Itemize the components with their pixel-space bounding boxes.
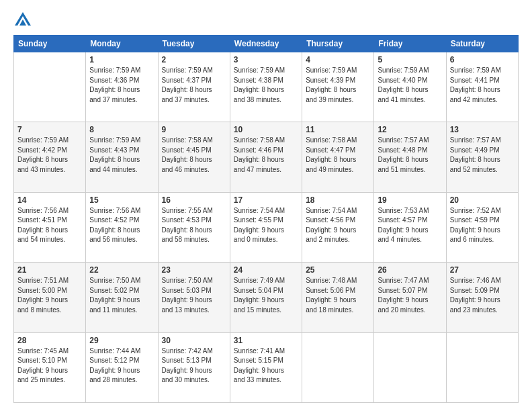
day-info: Sunrise: 7:46 AMSunset: 5:09 PMDaylight:… [450, 276, 515, 315]
day-number: 20 [450, 195, 515, 205]
day-number: 17 [234, 195, 298, 205]
calendar-cell: 11Sunrise: 7:58 AMSunset: 4:47 PMDayligh… [302, 122, 374, 192]
day-number: 19 [378, 195, 442, 205]
day-number: 2 [162, 55, 226, 64]
day-number: 24 [234, 265, 298, 275]
calendar-cell: 17Sunrise: 7:54 AMSunset: 4:55 PMDayligh… [230, 192, 302, 262]
logo [13, 11, 35, 30]
calendar-day-header: Wednesday [230, 36, 302, 52]
day-number: 13 [450, 125, 515, 134]
calendar-cell [446, 332, 518, 402]
calendar-cell: 29Sunrise: 7:44 AMSunset: 5:12 PMDayligh… [86, 332, 158, 402]
day-info: Sunrise: 7:55 AMSunset: 4:53 PMDaylight:… [162, 206, 226, 245]
day-number: 25 [306, 265, 370, 275]
calendar-day-header: Tuesday [158, 36, 230, 52]
header [13, 11, 519, 30]
calendar-cell: 24Sunrise: 7:49 AMSunset: 5:04 PMDayligh… [230, 263, 302, 332]
day-number: 31 [234, 336, 298, 345]
calendar-week-row: 28Sunrise: 7:45 AMSunset: 5:10 PMDayligh… [14, 332, 519, 402]
calendar-week-row: 7Sunrise: 7:59 AMSunset: 4:42 PMDaylight… [14, 122, 519, 192]
day-info: Sunrise: 7:58 AMSunset: 4:45 PMDaylight:… [162, 136, 226, 175]
calendar-cell: 14Sunrise: 7:56 AMSunset: 4:51 PMDayligh… [14, 192, 86, 262]
day-info: Sunrise: 7:58 AMSunset: 4:47 PMDaylight:… [306, 136, 370, 175]
day-info: Sunrise: 7:51 AMSunset: 5:00 PMDaylight:… [17, 276, 82, 315]
day-info: Sunrise: 7:42 AMSunset: 5:13 PMDaylight:… [162, 347, 226, 385]
day-number: 16 [162, 195, 226, 205]
day-number: 1 [89, 55, 154, 64]
calendar-cell [302, 332, 374, 402]
day-info: Sunrise: 7:59 AMSunset: 4:42 PMDaylight:… [17, 136, 82, 175]
day-info: Sunrise: 7:47 AMSunset: 5:07 PMDaylight:… [378, 276, 442, 315]
day-info: Sunrise: 7:49 AMSunset: 5:04 PMDaylight:… [234, 276, 298, 315]
day-info: Sunrise: 7:58 AMSunset: 4:46 PMDaylight:… [234, 136, 298, 175]
calendar-day-header: Thursday [302, 36, 374, 52]
day-info: Sunrise: 7:59 AMSunset: 4:36 PMDaylight:… [89, 66, 154, 105]
day-info: Sunrise: 7:50 AMSunset: 5:03 PMDaylight:… [162, 276, 226, 315]
day-number: 10 [234, 125, 298, 134]
calendar-cell: 15Sunrise: 7:56 AMSunset: 4:52 PMDayligh… [86, 192, 158, 262]
day-info: Sunrise: 7:59 AMSunset: 4:39 PMDaylight:… [306, 66, 370, 105]
calendar-cell: 10Sunrise: 7:58 AMSunset: 4:46 PMDayligh… [230, 122, 302, 192]
day-info: Sunrise: 7:50 AMSunset: 5:02 PMDaylight:… [89, 276, 154, 315]
calendar-cell: 30Sunrise: 7:42 AMSunset: 5:13 PMDayligh… [158, 332, 230, 402]
day-number: 12 [378, 125, 442, 134]
calendar-cell: 2Sunrise: 7:59 AMSunset: 4:37 PMDaylight… [158, 52, 230, 122]
calendar-cell [374, 332, 446, 402]
day-info: Sunrise: 7:41 AMSunset: 5:15 PMDaylight:… [234, 347, 298, 385]
day-info: Sunrise: 7:56 AMSunset: 4:51 PMDaylight:… [17, 206, 82, 245]
calendar-cell: 19Sunrise: 7:53 AMSunset: 4:57 PMDayligh… [374, 192, 446, 262]
day-info: Sunrise: 7:59 AMSunset: 4:43 PMDaylight:… [89, 136, 154, 175]
calendar-cell: 26Sunrise: 7:47 AMSunset: 5:07 PMDayligh… [374, 263, 446, 332]
calendar-cell: 31Sunrise: 7:41 AMSunset: 5:15 PMDayligh… [230, 332, 302, 402]
page: SundayMondayTuesdayWednesdayThursdayFrid… [0, 0, 532, 411]
day-info: Sunrise: 7:48 AMSunset: 5:06 PMDaylight:… [306, 276, 370, 315]
day-number: 29 [89, 336, 154, 345]
calendar-cell: 13Sunrise: 7:57 AMSunset: 4:49 PMDayligh… [446, 122, 518, 192]
calendar-cell: 8Sunrise: 7:59 AMSunset: 4:43 PMDaylight… [86, 122, 158, 192]
day-info: Sunrise: 7:59 AMSunset: 4:37 PMDaylight:… [162, 66, 226, 105]
day-info: Sunrise: 7:59 AMSunset: 4:38 PMDaylight:… [234, 66, 298, 105]
day-info: Sunrise: 7:54 AMSunset: 4:56 PMDaylight:… [306, 206, 370, 245]
day-info: Sunrise: 7:59 AMSunset: 4:40 PMDaylight:… [378, 66, 442, 105]
calendar-week-row: 21Sunrise: 7:51 AMSunset: 5:00 PMDayligh… [14, 263, 519, 332]
day-number: 21 [17, 265, 82, 275]
calendar-cell: 16Sunrise: 7:55 AMSunset: 4:53 PMDayligh… [158, 192, 230, 262]
day-info: Sunrise: 7:53 AMSunset: 4:57 PMDaylight:… [378, 206, 442, 245]
calendar-day-header: Monday [86, 36, 158, 52]
calendar-cell: 20Sunrise: 7:52 AMSunset: 4:59 PMDayligh… [446, 192, 518, 262]
calendar-cell: 4Sunrise: 7:59 AMSunset: 4:39 PMDaylight… [302, 52, 374, 122]
day-number: 23 [162, 265, 226, 275]
calendar-cell: 21Sunrise: 7:51 AMSunset: 5:00 PMDayligh… [14, 263, 86, 332]
day-info: Sunrise: 7:52 AMSunset: 4:59 PMDaylight:… [450, 206, 515, 245]
calendar-cell: 18Sunrise: 7:54 AMSunset: 4:56 PMDayligh… [302, 192, 374, 262]
day-number: 6 [450, 55, 515, 64]
day-number: 4 [306, 55, 370, 64]
day-info: Sunrise: 7:45 AMSunset: 5:10 PMDaylight:… [17, 347, 82, 385]
day-number: 8 [89, 125, 154, 134]
day-number: 3 [234, 55, 298, 64]
day-info: Sunrise: 7:57 AMSunset: 4:49 PMDaylight:… [450, 136, 515, 175]
day-number: 11 [306, 125, 370, 134]
day-number: 30 [162, 336, 226, 345]
calendar-cell: 23Sunrise: 7:50 AMSunset: 5:03 PMDayligh… [158, 263, 230, 332]
calendar-day-header: Sunday [14, 36, 86, 52]
calendar-cell: 12Sunrise: 7:57 AMSunset: 4:48 PMDayligh… [374, 122, 446, 192]
calendar-cell: 22Sunrise: 7:50 AMSunset: 5:02 PMDayligh… [86, 263, 158, 332]
day-number: 28 [17, 336, 82, 345]
day-number: 26 [378, 265, 442, 275]
calendar-cell: 6Sunrise: 7:59 AMSunset: 4:41 PMDaylight… [446, 52, 518, 122]
day-number: 22 [89, 265, 154, 275]
day-info: Sunrise: 7:44 AMSunset: 5:12 PMDaylight:… [89, 347, 154, 385]
calendar-cell: 3Sunrise: 7:59 AMSunset: 4:38 PMDaylight… [230, 52, 302, 122]
calendar-header-row: SundayMondayTuesdayWednesdayThursdayFrid… [14, 36, 519, 52]
day-info: Sunrise: 7:54 AMSunset: 4:55 PMDaylight:… [234, 206, 298, 245]
calendar-cell: 27Sunrise: 7:46 AMSunset: 5:09 PMDayligh… [446, 263, 518, 332]
calendar-cell: 5Sunrise: 7:59 AMSunset: 4:40 PMDaylight… [374, 52, 446, 122]
calendar-cell: 1Sunrise: 7:59 AMSunset: 4:36 PMDaylight… [86, 52, 158, 122]
day-info: Sunrise: 7:56 AMSunset: 4:52 PMDaylight:… [89, 206, 154, 245]
day-info: Sunrise: 7:59 AMSunset: 4:41 PMDaylight:… [450, 66, 515, 105]
day-info: Sunrise: 7:57 AMSunset: 4:48 PMDaylight:… [378, 136, 442, 175]
day-number: 5 [378, 55, 442, 64]
calendar-table: SundayMondayTuesdayWednesdayThursdayFrid… [13, 35, 519, 403]
calendar-week-row: 1Sunrise: 7:59 AMSunset: 4:36 PMDaylight… [14, 52, 519, 122]
